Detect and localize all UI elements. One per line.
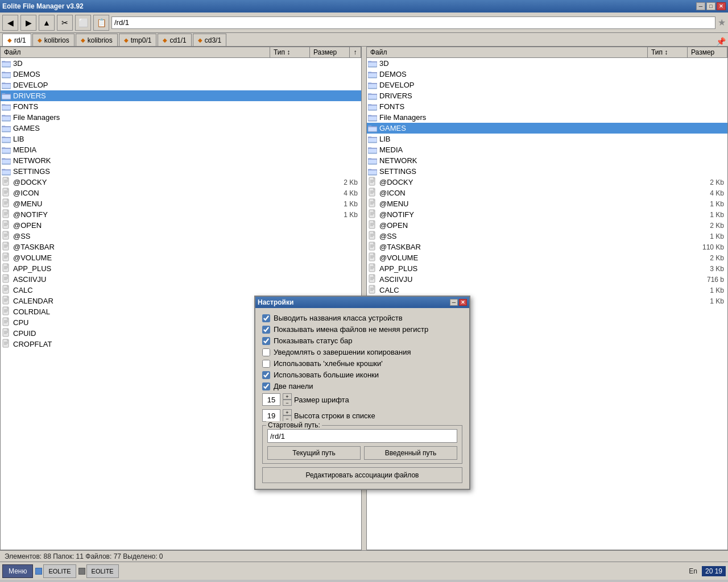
time-display: 20 19	[702, 566, 726, 576]
checkbox-status-bar[interactable]	[262, 337, 270, 345]
folder-icon	[2, 156, 13, 165]
folder-icon	[2, 167, 13, 176]
list-item[interactable]: DEVELOP	[367, 80, 727, 90]
list-item[interactable]: LIB	[367, 134, 727, 144]
maximize-button[interactable]: □	[706, 2, 715, 10]
start-path-input[interactable]	[267, 429, 457, 443]
right-col-file[interactable]: Файл	[367, 47, 648, 57]
settings-close-button[interactable]: ✕	[459, 299, 467, 306]
folder-icon	[368, 146, 379, 154]
back-button[interactable]: ◀	[2, 15, 18, 31]
up-button[interactable]: ▲	[39, 15, 55, 31]
cut-button[interactable]: ✂	[57, 15, 73, 31]
list-item[interactable]: @NOTIFY 1 Kb	[367, 209, 727, 220]
list-item[interactable]: 3D	[367, 58, 727, 69]
svg-rect-132	[369, 84, 377, 88]
checkbox-filename-case[interactable]	[262, 326, 270, 334]
list-item[interactable]: NETWORK	[1, 155, 361, 166]
tab-rd1[interactable]: ◆ rd/1	[2, 34, 31, 46]
entered-path-button[interactable]: Введенный путь	[364, 446, 457, 460]
left-col-arrow[interactable]: ↑	[350, 47, 361, 57]
left-col-type[interactable]: Тип ↕	[270, 47, 310, 57]
list-item[interactable]: @SS	[1, 231, 361, 242]
list-item[interactable]: @ICON 4 Kb	[367, 188, 727, 198]
list-item[interactable]: APP_PLUS 3 Kb	[367, 263, 727, 274]
file-icon	[368, 242, 379, 252]
svg-rect-43	[2, 148, 10, 153]
list-item[interactable]: FONTS	[367, 101, 727, 112]
file-icon	[2, 263, 13, 274]
list-item[interactable]: File Managers	[367, 112, 727, 123]
list-item[interactable]: LIB	[1, 134, 361, 144]
checkbox-two-panels[interactable]	[262, 383, 270, 390]
row-height-input[interactable]	[262, 409, 280, 422]
tab-kolibrios2[interactable]: ◆ kolibrios	[76, 34, 118, 46]
tab-tmp01[interactable]: ◆ tmp0/1	[119, 34, 157, 46]
list-item[interactable]: @SS 1 Kb	[367, 231, 727, 242]
list-item[interactable]: ASCIIVJU 716 b	[367, 274, 727, 285]
list-item[interactable]: ASCIIVJU	[1, 274, 361, 285]
right-col-size[interactable]: Размер	[688, 47, 727, 57]
minimize-button[interactable]: ─	[696, 2, 705, 10]
list-item[interactable]: @ICON 4 Kb	[1, 188, 361, 198]
list-item[interactable]: 3D	[1, 58, 361, 69]
right-col-type[interactable]: Тип ↕	[648, 47, 688, 57]
menu-button[interactable]: Меню	[2, 564, 33, 578]
list-item[interactable]: @OPEN	[1, 220, 361, 231]
edit-associations-button[interactable]: Редактировать ассоциации файлов	[262, 467, 462, 483]
app-eolite-2[interactable]: EOLITE	[86, 564, 119, 578]
app-eolite-1[interactable]: EOLITE	[43, 564, 76, 578]
list-item[interactable]: @DOCKY 2 Kb	[1, 177, 361, 188]
list-item[interactable]: SETTINGS	[367, 166, 727, 177]
checkbox-big-icons[interactable]	[262, 371, 270, 379]
list-item[interactable]: GAMES	[367, 123, 727, 134]
left-col-size[interactable]: Размер	[310, 47, 350, 57]
list-item[interactable]: @MENU 1 Kb	[1, 198, 361, 209]
settings-minimize-button[interactable]: ─	[450, 299, 458, 306]
row-height-increment[interactable]: +	[283, 409, 292, 415]
list-item[interactable]: @OPEN 2 Kb	[367, 220, 727, 231]
list-item[interactable]: @DOCKY 2 Kb	[367, 177, 727, 188]
list-item[interactable]: @MENU 1 Kb	[367, 198, 727, 209]
tab-cd31[interactable]: ◆ cd3/1	[193, 34, 226, 46]
list-item[interactable]: CALC 1 Kb	[367, 285, 727, 296]
list-item[interactable]: GAMES	[1, 123, 361, 134]
list-item[interactable]: DEMOS	[1, 69, 361, 80]
font-size-increment[interactable]: +	[283, 393, 292, 400]
font-size-decrement[interactable]: −	[283, 400, 292, 406]
bookmark-icon[interactable]: ★	[718, 17, 726, 28]
forward-button[interactable]: ▶	[20, 15, 36, 31]
list-item[interactable]: @TASKBAR	[1, 242, 361, 252]
list-item[interactable]: DRIVERS	[1, 90, 361, 101]
list-item[interactable]: CALC	[1, 285, 361, 296]
bottom-right: En 20 19	[689, 566, 726, 576]
path-input[interactable]	[111, 16, 715, 29]
list-item[interactable]: @NOTIFY 1 Kb	[1, 209, 361, 220]
close-button[interactable]: ✕	[717, 2, 726, 10]
checkbox-device-names[interactable]	[262, 314, 270, 322]
list-item[interactable]: File Managers	[1, 112, 361, 123]
current-path-button[interactable]: Текущий путь	[267, 446, 361, 460]
tab-kolibrios1[interactable]: ◆ kolibrios	[32, 34, 75, 46]
list-item[interactable]: @VOLUME	[1, 252, 361, 263]
tab-icon-rd1: ◆	[7, 37, 12, 43]
checkbox-copy-notify[interactable]	[262, 348, 270, 356]
language-indicator[interactable]: En	[689, 567, 697, 575]
list-item[interactable]: NETWORK	[367, 155, 727, 166]
paste-button[interactable]: 📋	[93, 15, 109, 31]
list-item[interactable]: MEDIA	[1, 144, 361, 155]
left-col-file[interactable]: Файл	[1, 47, 270, 57]
list-item[interactable]: SETTINGS	[1, 166, 361, 177]
list-item[interactable]: FONTS	[1, 101, 361, 112]
list-item[interactable]: APP_PLUS	[1, 263, 361, 274]
list-item[interactable]: DEMOS	[367, 69, 727, 80]
list-item[interactable]: MEDIA	[367, 144, 727, 155]
tab-cd11[interactable]: ◆ cd1/1	[158, 34, 191, 46]
checkbox-breadcrumbs[interactable]	[262, 360, 270, 368]
list-item[interactable]: DEVELOP	[1, 80, 361, 90]
list-item[interactable]: @VOLUME 2 Kb	[367, 252, 727, 263]
list-item[interactable]: @TASKBAR 110 Kb	[367, 242, 727, 252]
copy-button[interactable]: ⬜	[75, 15, 91, 31]
list-item[interactable]: DRIVERS	[367, 90, 727, 101]
font-size-input[interactable]	[262, 393, 280, 406]
